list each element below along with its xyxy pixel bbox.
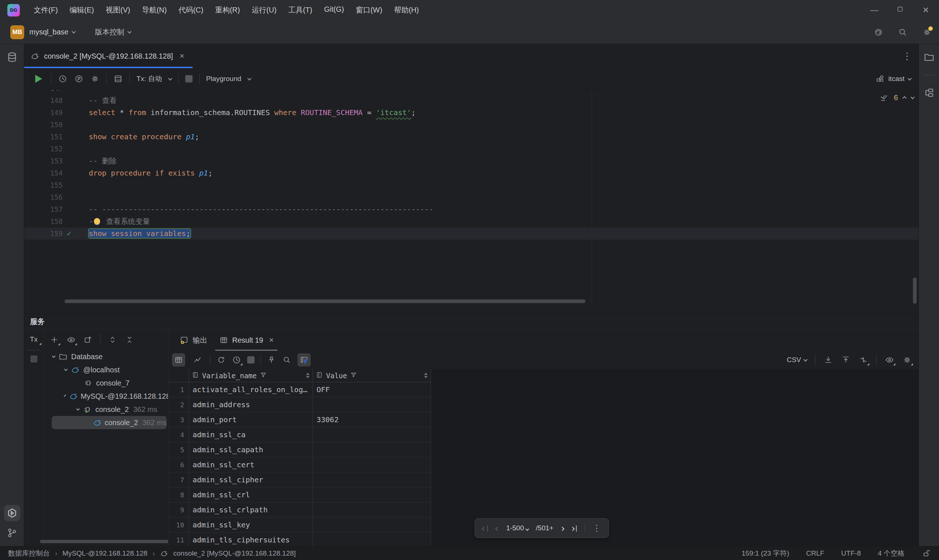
menu-item-6[interactable]: 运行(U): [247, 3, 281, 17]
database-tool-icon[interactable]: [4, 49, 20, 65]
menu-item-1[interactable]: 编辑(E): [65, 3, 99, 17]
vcs-selector[interactable]: 版本控制: [95, 27, 124, 37]
more-options-icon[interactable]: ⋮: [902, 51, 919, 62]
playground-selector[interactable]: Playground: [206, 75, 241, 83]
cell-variable-name[interactable]: admin_ssl_cipher: [189, 472, 313, 487]
line-ending[interactable]: CRLF: [806, 549, 825, 557]
code-line-159[interactable]: 159✓show session variables;: [24, 228, 919, 240]
chart-view-button[interactable]: [191, 353, 204, 366]
services-tool-icon[interactable]: [4, 505, 20, 521]
cell-value[interactable]: 33062: [313, 412, 431, 427]
new-console-icon[interactable]: [83, 335, 93, 345]
first-page-icon[interactable]: |: [483, 524, 489, 532]
table-row[interactable]: 2admin_address: [168, 397, 431, 412]
column-header-Value[interactable]: Value: [313, 369, 431, 382]
cell-variable-name[interactable]: admin_ssl_ca: [189, 427, 313, 442]
cell-variable-name[interactable]: admin_tls_ciphersuites: [189, 532, 313, 546]
code-line-151[interactable]: 151show create procedure p1;: [24, 131, 919, 143]
settings-gear-icon[interactable]: [922, 28, 932, 37]
structure-tool-icon[interactable]: [921, 85, 937, 101]
tx-mode-selector[interactable]: Tx: 自动: [136, 74, 162, 83]
table-row[interactable]: 4admin_ssl_ca: [168, 427, 431, 442]
filter-funnel-icon[interactable]: [260, 371, 267, 380]
menu-item-4[interactable]: 代码(C): [174, 3, 208, 17]
chevron-down-icon[interactable]: [76, 407, 80, 411]
table-row[interactable]: 7admin_ssl_cipher: [168, 472, 431, 488]
cell-value[interactable]: OFF: [313, 382, 431, 397]
maximize-button[interactable]: [893, 6, 907, 15]
menu-item-7[interactable]: 工具(T): [284, 3, 317, 17]
intention-bulb-icon[interactable]: [94, 218, 100, 224]
cell-value[interactable]: [313, 517, 431, 532]
prev-page-icon[interactable]: [496, 524, 499, 532]
menu-item-5[interactable]: 重构(R): [211, 3, 244, 17]
prev-problem-icon[interactable]: [902, 96, 907, 100]
column-header-Variable_name[interactable]: Variable_name: [189, 369, 313, 382]
git-branch-icon[interactable]: [4, 525, 20, 541]
code-line-152[interactable]: 152: [24, 143, 919, 155]
cell-value[interactable]: [313, 472, 431, 487]
cell-variable-name[interactable]: activate_all_roles_on_log…: [189, 382, 313, 397]
cell-value[interactable]: [313, 427, 431, 442]
filter-funnel-icon[interactable]: [350, 371, 357, 380]
cell-variable-name[interactable]: admin_ssl_capath: [189, 442, 313, 457]
code-editor[interactable]: 147148-- 查看149select * from information_…: [24, 90, 919, 313]
indent-setting[interactable]: 4 个空格: [878, 549, 905, 558]
breadcrumb-item-0[interactable]: 数据库控制台: [8, 549, 50, 558]
menu-item-10[interactable]: 帮助(H): [390, 3, 423, 17]
filter-grid-button[interactable]: [298, 353, 311, 366]
cell-variable-name[interactable]: admin_ssl_cert: [189, 457, 313, 472]
expand-all-icon[interactable]: [108, 335, 117, 345]
pin-icon[interactable]: [267, 355, 276, 365]
tree-item-console_2[interactable]: console_2362 ms: [52, 416, 167, 429]
cell-variable-name[interactable]: admin_ssl_crlpath: [189, 503, 313, 517]
in-editor-results-icon[interactable]: [113, 74, 123, 83]
cell-value[interactable]: [313, 457, 431, 472]
last-page-icon[interactable]: |: [571, 524, 577, 532]
cell-value[interactable]: [313, 488, 431, 502]
editor-vertical-scrollbar[interactable]: [913, 277, 917, 304]
export-format-selector[interactable]: CSV: [787, 356, 807, 364]
next-page-icon[interactable]: [561, 524, 564, 532]
tab-result-19[interactable]: Result 19 ×: [213, 329, 279, 351]
next-problem-icon[interactable]: [910, 95, 914, 99]
editor-horizontal-scrollbar[interactable]: [65, 299, 585, 303]
code-line-156[interactable]: 156: [24, 191, 919, 203]
table-row[interactable]: 10admin_ssl_key: [168, 517, 431, 532]
menu-item-8[interactable]: Git(G): [320, 3, 348, 17]
collapse-all-icon[interactable]: [125, 335, 134, 345]
schema-selector[interactable]: itcast: [888, 75, 905, 83]
chevron-down-icon[interactable]: [52, 354, 56, 358]
cell-variable-name[interactable]: admin_ssl_crl: [189, 488, 313, 502]
view-options-eye-icon[interactable]: [66, 335, 76, 345]
sort-arrows-icon[interactable]: [306, 373, 310, 378]
menu-item-0[interactable]: 文件(F): [29, 3, 62, 17]
tree-item-MySQL-@192.168.128.128[interactable]: MySQL-@192.168.128.128: [44, 389, 168, 403]
close-button[interactable]: ✕: [919, 6, 933, 15]
profiler-icon[interactable]: [74, 74, 83, 83]
ai-assistant-icon[interactable]: [874, 28, 883, 37]
table-row[interactable]: 1activate_all_roles_on_log…OFF: [168, 382, 431, 397]
import-upload-icon[interactable]: [841, 355, 851, 365]
table-row[interactable]: 9admin_ssl_crlpath: [168, 503, 431, 517]
grid-view-button[interactable]: [172, 353, 185, 366]
code-line-157[interactable]: 157-- ----------------------------------…: [24, 203, 919, 215]
chevron-down-icon[interactable]: [64, 394, 66, 397]
gear-icon[interactable]: [90, 74, 100, 83]
table-row[interactable]: 3admin_port33062: [168, 412, 431, 427]
tab-close-icon[interactable]: ×: [180, 51, 185, 61]
breadcrumb-item-2[interactable]: console_2 [MySQL-@192.168.128.128]: [173, 549, 296, 557]
page-range-selector[interactable]: 1-500: [506, 524, 529, 532]
code-line-154[interactable]: 154drop procedure if exists p1;: [24, 167, 919, 179]
minimize-button[interactable]: —: [867, 6, 882, 15]
menu-item-3[interactable]: 导航(N): [137, 3, 171, 17]
view-options-eye-icon[interactable]: [885, 355, 894, 365]
inspection-widget[interactable]: 6: [879, 93, 914, 102]
code-line-155[interactable]: 155: [24, 179, 919, 191]
code-line-148[interactable]: 148-- 查看: [24, 95, 919, 107]
table-row[interactable]: 11admin_tls_ciphersuites: [168, 532, 431, 546]
cell-variable-name[interactable]: admin_ssl_key: [189, 517, 313, 532]
caret-position[interactable]: 159:1 (23 字符): [742, 549, 789, 558]
add-icon[interactable]: [49, 335, 59, 345]
menu-item-9[interactable]: 窗口(W): [352, 3, 387, 17]
